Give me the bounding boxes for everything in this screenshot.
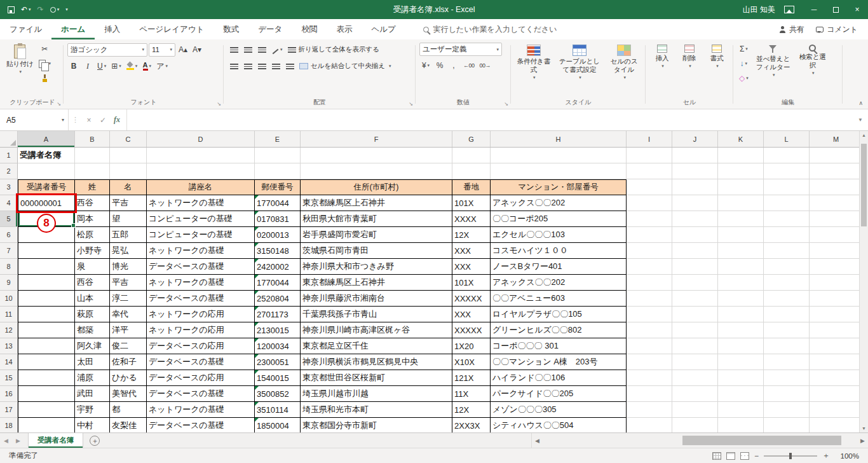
number-dialog-launcher-icon[interactable]: ↘: [504, 102, 508, 107]
cell-J11[interactable]: [672, 307, 718, 322]
cell-F13[interactable]: 東京都足立区千住: [301, 338, 452, 354]
scroll-down-icon[interactable]: ▼: [862, 426, 866, 431]
currency-format-button[interactable]: ¥▾: [419, 59, 432, 72]
column-header-D[interactable]: D: [147, 131, 255, 147]
cell-C3[interactable]: 名: [110, 179, 147, 195]
cell-I12[interactable]: [627, 322, 672, 338]
row-header-6[interactable]: 6: [0, 227, 18, 243]
cell-I11[interactable]: [627, 307, 672, 322]
format-as-table-button[interactable]: テーブルとして書式設定▾: [555, 43, 605, 81]
cell-G11[interactable]: XXX: [452, 307, 491, 322]
cell-A9[interactable]: [18, 275, 75, 291]
cell-A7[interactable]: [18, 243, 75, 259]
cell-L7[interactable]: [764, 243, 810, 259]
formula-bar-splitter[interactable]: ⋮: [69, 116, 82, 124]
cell-I15[interactable]: [627, 370, 672, 386]
cell-A15[interactable]: [18, 370, 75, 386]
cell-K1[interactable]: [718, 148, 764, 163]
cell-K16[interactable]: [718, 386, 764, 402]
share-button[interactable]: 共有: [779, 24, 804, 35]
cell-J4[interactable]: [672, 195, 718, 211]
cell-K4[interactable]: [718, 195, 764, 211]
cell-F15[interactable]: 東京都世田谷区桜新町: [301, 370, 452, 386]
cell-M14[interactable]: [810, 354, 863, 370]
cell-I10[interactable]: [627, 291, 672, 307]
cell-G18[interactable]: 2XX3X: [452, 418, 491, 432]
cell-K2[interactable]: [718, 163, 764, 179]
sheet-nav-left-icon[interactable]: ◀: [0, 438, 12, 444]
cell-A14[interactable]: [18, 354, 75, 370]
comments-button[interactable]: コメント: [816, 24, 858, 35]
cell-F16[interactable]: 埼玉県川越市川越: [301, 386, 452, 402]
tab-formulas[interactable]: 数式: [214, 19, 248, 39]
tab-review[interactable]: 校閲: [292, 19, 327, 39]
paste-button[interactable]: 貼り付け ▾: [5, 43, 35, 75]
cell-G16[interactable]: 11X: [452, 386, 491, 402]
cell-G1[interactable]: [452, 148, 491, 163]
cell-I8[interactable]: [627, 259, 672, 275]
close-button[interactable]: ×: [846, 0, 868, 19]
cell-K8[interactable]: [718, 259, 764, 275]
save-button[interactable]: [8, 6, 15, 13]
cell-C15[interactable]: ひかる: [110, 370, 147, 386]
cell-K14[interactable]: [718, 354, 764, 370]
cell-B15[interactable]: 浦原: [75, 370, 110, 386]
cell-K3[interactable]: [718, 179, 764, 195]
cell-L17[interactable]: [764, 402, 810, 418]
cell-C18[interactable]: 友梨佳: [110, 418, 147, 432]
formula-input[interactable]: [126, 109, 853, 130]
cell-B4[interactable]: 西谷: [75, 195, 110, 211]
insert-cells-button[interactable]: 挿入▾: [649, 43, 675, 69]
cell-D3[interactable]: 講座名: [147, 179, 255, 195]
cell-C8[interactable]: 博光: [110, 259, 147, 275]
zoom-in-button[interactable]: ＋: [822, 450, 830, 461]
cell-E17[interactable]: 3510114: [255, 402, 301, 418]
tab-page-layout[interactable]: ページレイアウト: [130, 19, 214, 39]
cell-K7[interactable]: [718, 243, 764, 259]
cell-A16[interactable]: [18, 386, 75, 402]
cell-A1[interactable]: 受講者名簿: [18, 148, 75, 163]
cell-H5[interactable]: 〇〇コーポ205: [491, 211, 627, 227]
cell-E4[interactable]: 1770044: [255, 195, 301, 211]
cell-F8[interactable]: 神奈川県大和市つきみ野: [301, 259, 452, 275]
cell-L18[interactable]: [764, 418, 810, 432]
cell-I9[interactable]: [627, 275, 672, 291]
bold-button[interactable]: B: [67, 60, 80, 73]
orientation-button[interactable]: ▾: [269, 43, 285, 56]
column-header-H[interactable]: H: [491, 131, 627, 147]
cell-I4[interactable]: [627, 195, 672, 211]
cell-K12[interactable]: [718, 322, 764, 338]
cell-B8[interactable]: 泉: [75, 259, 110, 275]
underline-button[interactable]: U▾: [95, 60, 108, 73]
tab-insert[interactable]: 挿入: [95, 19, 130, 39]
column-header-K[interactable]: K: [718, 131, 764, 147]
cell-G13[interactable]: 1X20: [452, 338, 491, 354]
cell-D9[interactable]: ネットワークの基礎: [147, 275, 255, 291]
delete-cells-button[interactable]: 削除▾: [677, 43, 702, 69]
cell-F6[interactable]: 岩手県盛岡市愛宕町: [301, 227, 452, 243]
cell-C6[interactable]: 五郎: [110, 227, 147, 243]
decrease-indent-button[interactable]: [269, 60, 282, 73]
cell-J18[interactable]: [672, 418, 718, 432]
cell-F2[interactable]: [301, 163, 452, 179]
cell-D12[interactable]: ネットワークの応用: [147, 322, 255, 338]
column-header-A[interactable]: A: [18, 131, 75, 147]
new-sheet-button[interactable]: ＋: [90, 436, 100, 446]
cell-B3[interactable]: 姓: [75, 179, 110, 195]
cell-L9[interactable]: [764, 275, 810, 291]
cell-F5[interactable]: 秋田県大館市青葉町: [301, 211, 452, 227]
cell-J17[interactable]: [672, 402, 718, 418]
cell-B16[interactable]: 武田: [75, 386, 110, 402]
cell-L6[interactable]: [764, 227, 810, 243]
cell-G15[interactable]: 121X: [452, 370, 491, 386]
fill-button[interactable]: ↓▾: [737, 57, 750, 70]
row-header-11[interactable]: 11: [0, 307, 18, 322]
cell-E5[interactable]: 0170831: [255, 211, 301, 227]
cell-D10[interactable]: データベースの基礎: [147, 291, 255, 307]
column-header-G[interactable]: G: [452, 131, 491, 147]
cell-G5[interactable]: XXXX: [452, 211, 491, 227]
row-header-8[interactable]: 8: [0, 259, 18, 275]
cell-G14[interactable]: X10X: [452, 354, 491, 370]
row-header-7[interactable]: 7: [0, 243, 18, 259]
cell-J13[interactable]: [672, 338, 718, 354]
